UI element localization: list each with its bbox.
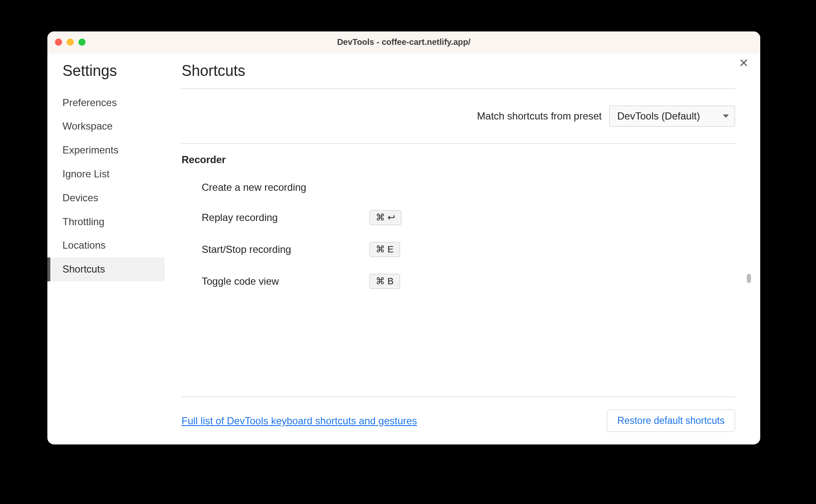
scrollbar-thumb[interactable]: [747, 274, 751, 283]
restore-defaults-button[interactable]: Restore default shortcuts: [607, 410, 735, 432]
page-title: Shortcuts: [182, 62, 735, 79]
full-shortcuts-link[interactable]: Full list of DevTools keyboard shortcuts…: [182, 415, 417, 427]
close-icon[interactable]: ✕: [739, 57, 748, 69]
keycap: ⌘ E: [369, 242, 400, 257]
shortcut-label: Toggle code view: [202, 275, 369, 287]
settings-sidebar: Settings Preferences Workspace Experimen…: [47, 53, 165, 444]
keycap: ⌘ B: [369, 274, 400, 289]
traffic-lights: [55, 39, 86, 46]
window-close-button[interactable]: [55, 39, 62, 46]
sidebar-item-locations[interactable]: Locations: [47, 234, 165, 257]
window-minimize-button[interactable]: [67, 39, 74, 46]
sidebar-item-ignore-list[interactable]: Ignore List: [47, 162, 165, 186]
shortcut-label: Replay recording: [202, 212, 369, 223]
sidebar-title: Settings: [47, 62, 165, 79]
sidebar-item-experiments[interactable]: Experiments: [47, 138, 165, 162]
window-zoom-button[interactable]: [78, 39, 86, 46]
body-area: Settings Preferences Workspace Experimen…: [47, 53, 760, 444]
main-panel: ✕ Shortcuts Match shortcuts from preset …: [165, 53, 760, 444]
section-header-recorder: Recorder: [182, 144, 735, 173]
preset-select-value: DevTools (Default): [617, 110, 700, 122]
shortcut-label: Start/Stop recording: [202, 244, 369, 255]
shortcut-row[interactable]: Create a new recording: [182, 173, 735, 202]
window-title: DevTools - coffee-cart.netlify.app/: [47, 37, 760, 47]
preset-row: Match shortcuts from preset DevTools (De…: [182, 89, 735, 143]
shortcut-row[interactable]: Toggle code view ⌘ B: [182, 265, 735, 297]
sidebar-item-preferences[interactable]: Preferences: [47, 91, 165, 115]
shortcut-row[interactable]: Replay recording ⌘ ↩: [182, 202, 735, 234]
keycap: ⌘ ↩: [369, 210, 401, 225]
shortcut-list: Recorder Create a new recording Replay r…: [182, 143, 735, 397]
sidebar-item-devices[interactable]: Devices: [47, 186, 165, 210]
sidebar-item-workspace[interactable]: Workspace: [47, 114, 165, 138]
sidebar-item-throttling[interactable]: Throttling: [47, 210, 165, 234]
preset-label: Match shortcuts from preset: [477, 110, 602, 122]
preset-select[interactable]: DevTools (Default): [609, 106, 735, 127]
shortcut-label: Create a new recording: [202, 182, 369, 193]
shortcut-row[interactable]: Start/Stop recording ⌘ E: [182, 234, 735, 265]
chevron-down-icon: [723, 114, 729, 118]
window-titlebar: DevTools - coffee-cart.netlify.app/: [47, 31, 760, 53]
sidebar-item-shortcuts[interactable]: Shortcuts: [47, 257, 165, 281]
footer: Full list of DevTools keyboard shortcuts…: [182, 397, 735, 432]
devtools-window: DevTools - coffee-cart.netlify.app/ Sett…: [47, 31, 760, 444]
